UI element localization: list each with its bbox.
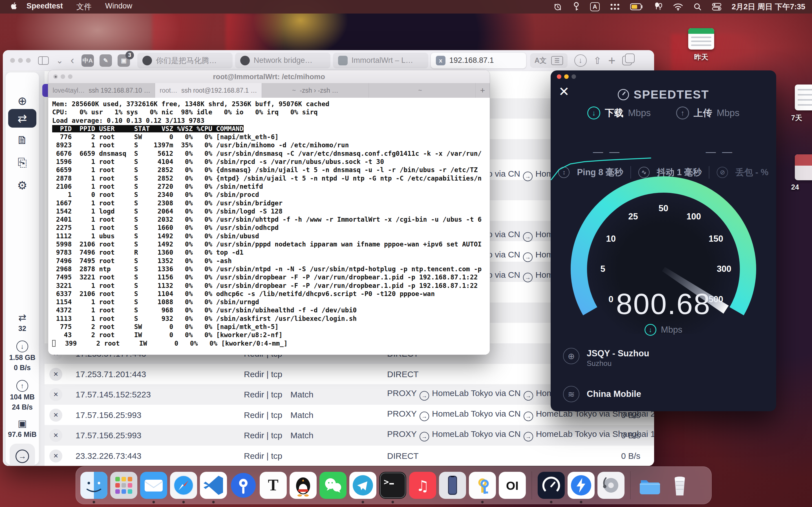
- download-speed: 0 B/s: [621, 431, 640, 440]
- close-connection-button[interactable]: ✕: [49, 388, 62, 401]
- close-connection-button[interactable]: ✕: [49, 429, 62, 442]
- desktop-file-icon[interactable]: 昨天: [684, 28, 718, 62]
- minimize-button[interactable]: [61, 74, 65, 79]
- document-icon: 🗎: [17, 134, 28, 146]
- lightning-app-dock-icon[interactable]: [567, 472, 595, 499]
- close-connection-button[interactable]: ✕: [49, 450, 62, 462]
- terminal-output[interactable]: Mem: 285660K used, 3732616K free, 1348K …: [48, 98, 490, 355]
- reader-view-icon[interactable]: ☰: [551, 56, 563, 65]
- zoom-button[interactable]: [26, 58, 31, 63]
- screen-mirroring-icon[interactable]: [610, 3, 620, 11]
- menu-clock[interactable]: 2月2日 周日 下午7:35: [732, 2, 805, 12]
- close-button[interactable]: [10, 58, 15, 63]
- sidebar-toggle-icon[interactable]: [38, 56, 49, 65]
- wechat-dock-icon[interactable]: [319, 472, 347, 499]
- connection-host: 17.253.71.201:443: [75, 370, 146, 379]
- typora-dock-icon[interactable]: T: [260, 472, 287, 499]
- mail-dock-icon[interactable]: [140, 472, 167, 499]
- terminal-tab[interactable]: ~-zsh › -zsh …: [262, 83, 369, 98]
- safari-window-controls[interactable]: [10, 58, 31, 63]
- tab-overview-icon[interactable]: [622, 56, 632, 65]
- close-connection-button[interactable]: ✕: [49, 409, 62, 421]
- browser-tab[interactable]: Network bridge…: [235, 53, 331, 68]
- terminal-tab[interactable]: root…ssh root@192.168.87.1 …: [155, 83, 262, 98]
- extension-badge: 3: [125, 51, 134, 59]
- desktop-file-icon[interactable]: 24: [791, 154, 812, 191]
- music-dock-icon[interactable]: ♫: [409, 472, 436, 499]
- dock-divider: [630, 471, 631, 499]
- chain-arrow-icon: →: [523, 172, 532, 181]
- menu-item-2[interactable]: Window: [105, 2, 132, 12]
- isp-name: China Mobile: [587, 386, 641, 402]
- apple-menu-icon[interactable]: [10, 2, 17, 12]
- minimize-button[interactable]: [18, 58, 23, 63]
- collapse-sidebar-button[interactable]: →: [10, 444, 35, 466]
- finder-dock-icon[interactable]: [80, 472, 107, 499]
- close-button[interactable]: [557, 74, 561, 79]
- sidebar-item-connections[interactable]: ⇄: [8, 109, 36, 128]
- download-stat: ↓1.58 GB0 B/s: [6, 341, 39, 373]
- close-button[interactable]: [53, 74, 58, 79]
- search-icon[interactable]: [693, 3, 702, 11]
- sidebar-item-logs[interactable]: 🗎: [6, 134, 39, 147]
- feather-extension-icon[interactable]: ✎: [100, 54, 112, 67]
- server-info[interactable]: ⊕ JSQY - SuzhouSuzhou: [563, 348, 649, 368]
- terminal-window-controls[interactable]: [53, 74, 75, 79]
- terminal-tab[interactable]: love4tayl…ssh 192.168.87.10 …: [48, 83, 155, 98]
- downloads-icon[interactable]: ↓: [574, 54, 587, 67]
- zoom-button[interactable]: [571, 74, 576, 79]
- key-icon[interactable]: [573, 2, 580, 11]
- minimize-button[interactable]: [564, 74, 569, 79]
- browser-tab[interactable]: ImmortalWrt – L…: [333, 53, 428, 68]
- speedtest-dock-icon[interactable]: [538, 472, 565, 499]
- iphone-mirroring-dock-icon[interactable]: [439, 472, 466, 499]
- input-source-icon[interactable]: A: [590, 2, 600, 11]
- back-icon[interactable]: ‹: [70, 54, 74, 66]
- connection-row[interactable]: ✕23.32.226.73:443Redir | tcpDIRECT0 B/s0…: [45, 446, 654, 466]
- close-connection-button[interactable]: ✕: [49, 368, 62, 381]
- isp-info[interactable]: ≋ China Mobile: [563, 386, 641, 402]
- wifi-icon[interactable]: [673, 3, 683, 11]
- translate-icon[interactable]: A文: [535, 56, 547, 65]
- svg-text:T: T: [268, 476, 278, 494]
- battery-icon[interactable]: [630, 3, 643, 10]
- new-terminal-tab-button[interactable]: +: [476, 83, 490, 98]
- disk-utility-dock-icon[interactable]: [598, 472, 624, 499]
- chain-arrow-icon: →: [523, 432, 533, 441]
- airpods-icon[interactable]: [653, 3, 663, 11]
- browser-tab[interactable]: x192.168.87.1: [431, 53, 526, 68]
- trash-dock-icon[interactable]: [666, 472, 693, 499]
- launchpad-dock-icon[interactable]: [110, 472, 137, 499]
- telegram-dock-icon[interactable]: [349, 472, 376, 499]
- folder-stack-dock-icon[interactable]: [637, 472, 663, 499]
- control-center-icon[interactable]: [712, 3, 721, 11]
- running-indicator: [183, 501, 185, 503]
- passwords-dock-icon[interactable]: [469, 472, 496, 499]
- terminal-tab[interactable]: ~: [369, 83, 476, 98]
- terminal-dock-icon[interactable]: >: [379, 472, 406, 499]
- new-tab-icon[interactable]: +: [608, 54, 615, 68]
- desktop-file-icon[interactable]: 7天: [791, 84, 812, 122]
- oi-app-dock-icon[interactable]: OI: [499, 472, 526, 499]
- tab-group-extension-icon[interactable]: ▣3: [117, 54, 130, 67]
- sidebar-item-proxies[interactable]: ⊕: [6, 94, 39, 107]
- vscode-dock-icon[interactable]: [200, 472, 227, 499]
- share-icon[interactable]: ⇧: [594, 55, 602, 66]
- safari-dock-icon[interactable]: [170, 472, 197, 499]
- sidebar-item-settings[interactable]: ⚙: [6, 179, 39, 192]
- qq-dock-icon[interactable]: [290, 472, 317, 499]
- time-machine-icon[interactable]: [553, 2, 562, 11]
- chevron-down-icon[interactable]: ⌄: [56, 55, 63, 65]
- download-result-unit: ↓ Mbps: [551, 324, 776, 336]
- translate-reader-group[interactable]: A文☰: [530, 53, 567, 68]
- speedtest-window-controls[interactable]: [557, 74, 576, 79]
- menu-item-1[interactable]: 文件: [77, 2, 92, 12]
- connection-row[interactable]: ✕17.57.156.25:993Redir | tcpMatchPROXY→H…: [45, 425, 654, 446]
- menu-items: Speedtest文件Window: [27, 2, 146, 12]
- location-pin-app-dock-icon[interactable]: [230, 472, 257, 499]
- translate-extension-icon[interactable]: 中A: [82, 54, 94, 67]
- sidebar-item-rules[interactable]: ⎘: [6, 156, 39, 169]
- browser-tab[interactable]: 你们是把马化腾…: [137, 53, 233, 68]
- menu-item-app[interactable]: Speedtest: [27, 2, 63, 12]
- zoom-button[interactable]: [68, 74, 72, 79]
